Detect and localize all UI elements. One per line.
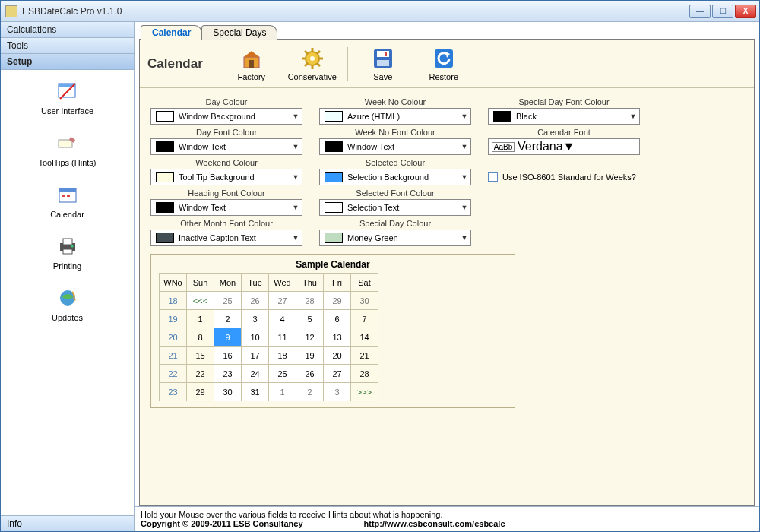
- col2-colour-picker-3[interactable]: Selection Text▼: [319, 199, 471, 216]
- options-grid: Day ColourWindow Background▼Day Font Col…: [140, 88, 754, 249]
- cal-day[interactable]: 13: [324, 328, 351, 347]
- cal-day[interactable]: 20: [324, 347, 351, 365]
- option-label: Week No Colour: [319, 97, 471, 106]
- col1-colour-picker-2[interactable]: Tool Tip Background▼: [150, 169, 302, 185]
- cal-day[interactable]: 19: [296, 347, 324, 365]
- cal-day[interactable]: 14: [351, 328, 378, 347]
- chevron-down-icon: ▼: [458, 234, 470, 242]
- cal-day[interactable]: 30: [214, 383, 242, 401]
- cal-day[interactable]: 31: [242, 383, 269, 401]
- chevron-down-icon: ▼: [458, 143, 470, 150]
- sidebar-item-calendar[interactable]: Calendar: [1, 178, 134, 230]
- gear-icon: [300, 46, 325, 71]
- option-label: Selected Colour: [319, 158, 471, 167]
- tab-calendar[interactable]: Calendar: [141, 25, 202, 40]
- svg-marker-14: [244, 51, 259, 57]
- svg-point-11: [71, 245, 73, 248]
- status-hint: Hold your Mouse over the various fields …: [141, 510, 753, 519]
- cal-day[interactable]: 10: [242, 328, 269, 347]
- cal-day[interactable]: 6: [324, 310, 351, 328]
- svg-rect-5: [59, 188, 76, 192]
- col2-colour-picker-1[interactable]: Window Text▼: [319, 138, 471, 155]
- cal-day[interactable]: 25: [269, 365, 296, 383]
- cal-header: Wed: [269, 274, 296, 292]
- minimize-button[interactable]: —: [689, 5, 711, 18]
- cal-day[interactable]: 17: [242, 347, 269, 365]
- chevron-down-icon: ▼: [458, 204, 470, 211]
- conservative-button[interactable]: Conservative: [282, 43, 343, 84]
- cal-day[interactable]: 23: [214, 365, 242, 383]
- option-label: Day Colour: [150, 97, 302, 106]
- cal-day[interactable]: 1: [187, 310, 214, 328]
- cal-day[interactable]: 2: [214, 310, 242, 328]
- cal-day[interactable]: 22: [187, 365, 214, 383]
- cal-day[interactable]: 27: [269, 292, 296, 310]
- col2-colour-picker-0[interactable]: Azure (HTML)▼: [319, 108, 471, 125]
- iso8601-checkbox[interactable]: Use ISO-8601 Standard for Weeks?: [488, 172, 640, 182]
- option-label: Heading Font Colour: [150, 188, 302, 198]
- special-day-font-colour-picker[interactable]: Black ▼: [488, 108, 640, 125]
- cal-day[interactable]: 26: [242, 292, 269, 310]
- sidebar-item-printing[interactable]: Printing: [1, 230, 134, 281]
- sidebar-item-user-interface[interactable]: User Interface: [1, 74, 134, 126]
- colour-swatch: [325, 141, 343, 152]
- cal-day[interactable]: 8: [187, 328, 214, 347]
- chevron-down-icon: ▼: [563, 140, 575, 154]
- col1-colour-picker-4[interactable]: Inactive Caption Text▼: [150, 230, 302, 246]
- sidebar: Calculations Tools Setup User Interface …: [1, 22, 135, 531]
- cal-day[interactable]: 9: [214, 328, 242, 347]
- cal-day[interactable]: 5: [296, 310, 324, 328]
- cal-day[interactable]: 27: [324, 365, 351, 383]
- cal-day[interactable]: 15: [187, 347, 214, 365]
- cal-day[interactable]: 1: [269, 383, 296, 401]
- close-button[interactable]: X: [735, 5, 756, 18]
- cal-day[interactable]: 25: [214, 292, 242, 310]
- chevron-down-icon: ▼: [290, 143, 302, 150]
- cal-day[interactable]: 2: [296, 383, 324, 401]
- cal-day[interactable]: 24: [242, 365, 269, 383]
- cal-day[interactable]: 16: [214, 347, 242, 365]
- maximize-button[interactable]: ☐: [712, 5, 733, 18]
- col1-colour-picker-1[interactable]: Window Text▼: [150, 138, 302, 155]
- sidebar-item-label: Printing: [4, 261, 131, 271]
- cal-day[interactable]: 18: [269, 347, 296, 365]
- calendar-icon: [55, 182, 80, 207]
- factory-button[interactable]: Factory: [221, 43, 282, 84]
- sidebar-cat-calculations[interactable]: Calculations: [1, 22, 134, 38]
- cal-day[interactable]: 3: [242, 310, 269, 328]
- cal-day[interactable]: 21: [351, 347, 378, 365]
- sidebar-item-updates[interactable]: Updates: [1, 281, 134, 333]
- cal-day[interactable]: 28: [351, 365, 378, 383]
- cal-day[interactable]: 30: [351, 292, 378, 310]
- cal-nav[interactable]: <<<: [187, 292, 214, 310]
- save-button[interactable]: Save: [353, 43, 413, 84]
- sidebar-cat-tools[interactable]: Tools: [1, 38, 134, 54]
- cal-day[interactable]: 29: [187, 383, 214, 401]
- option-label: Week No Font Colour: [319, 128, 471, 137]
- svg-rect-3: [59, 140, 72, 147]
- tab-special-days[interactable]: Special Days: [201, 25, 277, 40]
- sidebar-item-tooltips[interactable]: ToolTips (Hints): [1, 126, 134, 178]
- titlebar[interactable]: ESBDateCalc Pro v1.1.0 — ☐ X: [1, 1, 759, 22]
- sidebar-cat-info[interactable]: Info: [1, 515, 134, 531]
- col2-colour-picker-2[interactable]: Selection Background▼: [319, 169, 471, 185]
- cal-day[interactable]: 7: [351, 310, 378, 328]
- cal-day[interactable]: 28: [296, 292, 324, 310]
- cal-nav[interactable]: >>>: [351, 383, 378, 401]
- cal-day[interactable]: 29: [324, 292, 351, 310]
- cal-day[interactable]: 3: [324, 383, 351, 401]
- colour-name: Inactive Caption Text: [179, 233, 290, 242]
- cal-day[interactable]: 11: [269, 328, 296, 347]
- cal-day[interactable]: 12: [296, 328, 324, 347]
- col2-colour-picker-4[interactable]: Money Green▼: [319, 230, 471, 246]
- cal-day[interactable]: 26: [296, 365, 324, 383]
- url-link[interactable]: http://www.esbconsult.com/esbcalc: [364, 519, 505, 528]
- sidebar-cat-setup[interactable]: Setup: [1, 54, 134, 70]
- toolbar-label: Factory: [237, 72, 265, 81]
- restore-button[interactable]: Restore: [413, 43, 474, 84]
- col1-colour-picker-3[interactable]: Window Text▼: [150, 199, 302, 216]
- cal-day[interactable]: 4: [269, 310, 296, 328]
- colour-swatch: [325, 111, 343, 122]
- calendar-font-picker[interactable]: AaBb Verdana ▼: [488, 138, 640, 155]
- col1-colour-picker-0[interactable]: Window Background▼: [150, 108, 302, 125]
